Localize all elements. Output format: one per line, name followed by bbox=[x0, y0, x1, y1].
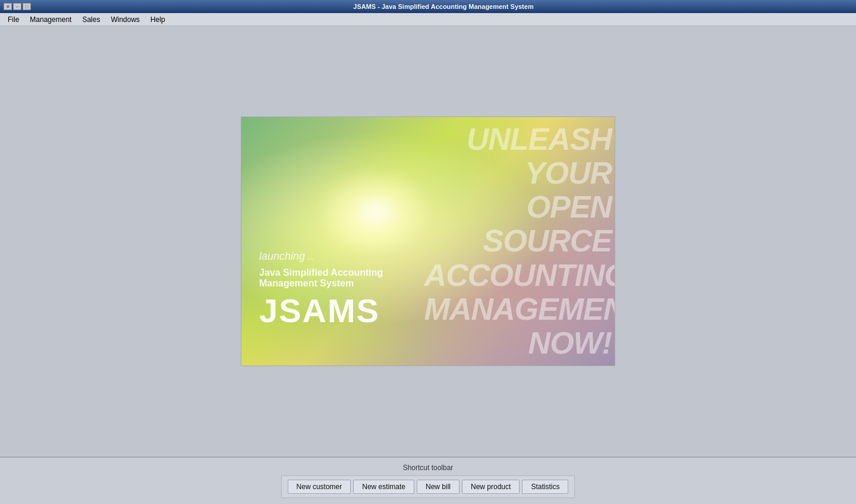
splash-bg-text: UNLEASH YOUR OPEN SOURCE ACCOUNTING MANA… bbox=[416, 117, 615, 366]
shortcut-toolbar: Shortcut toolbar New customer New estima… bbox=[0, 456, 856, 504]
bg-text-line-5: NOW! bbox=[424, 326, 612, 360]
new-customer-button[interactable]: New customer bbox=[288, 480, 351, 494]
splash-screen: UNLEASH YOUR OPEN SOURCE ACCOUNTING MANA… bbox=[241, 116, 615, 366]
splash-fg-text: launching .. Java Simplified Accounting … bbox=[259, 250, 383, 330]
main-area: UNLEASH YOUR OPEN SOURCE ACCOUNTING MANA… bbox=[0, 26, 856, 456]
menu-windows[interactable]: Windows bbox=[105, 14, 145, 26]
bg-text-line-3: ACCOUNTING bbox=[424, 259, 612, 292]
close-button[interactable]: ✕ bbox=[4, 3, 12, 10]
title-bar: ✕ − □ JSAMS - Java Simplified Accounting… bbox=[0, 0, 856, 13]
title-bar-controls[interactable]: ✕ − □ bbox=[4, 3, 31, 10]
app-name-short: JSAMS bbox=[259, 291, 383, 330]
toolbar-button-group: New customer New estimate New bill New p… bbox=[281, 475, 575, 498]
bg-text-line-4: MANAGEMENT bbox=[424, 292, 612, 326]
bg-text-line-1: UNLEASH YOUR bbox=[424, 122, 612, 190]
new-bill-button[interactable]: New bill bbox=[417, 480, 460, 494]
new-estimate-button[interactable]: New estimate bbox=[353, 480, 414, 494]
toolbar-label: Shortcut toolbar bbox=[403, 464, 454, 472]
launching-text: launching .. bbox=[259, 250, 383, 263]
menu-bar: File Management Sales Windows Help bbox=[0, 13, 856, 26]
bg-text-line-2: OPEN SOURCE bbox=[424, 190, 612, 258]
minimize-button[interactable]: − bbox=[13, 3, 21, 10]
menu-file[interactable]: File bbox=[2, 14, 24, 26]
app-name-full: Java Simplified Accounting Management Sy… bbox=[259, 267, 383, 289]
new-product-button[interactable]: New product bbox=[462, 480, 520, 494]
menu-sales[interactable]: Sales bbox=[77, 14, 105, 26]
menu-management[interactable]: Management bbox=[24, 14, 77, 26]
maximize-button[interactable]: □ bbox=[23, 3, 31, 10]
statistics-button[interactable]: Statistics bbox=[522, 480, 568, 494]
window-title: JSAMS - Java Simplified Accounting Manag… bbox=[34, 3, 852, 10]
menu-help[interactable]: Help bbox=[145, 14, 171, 26]
